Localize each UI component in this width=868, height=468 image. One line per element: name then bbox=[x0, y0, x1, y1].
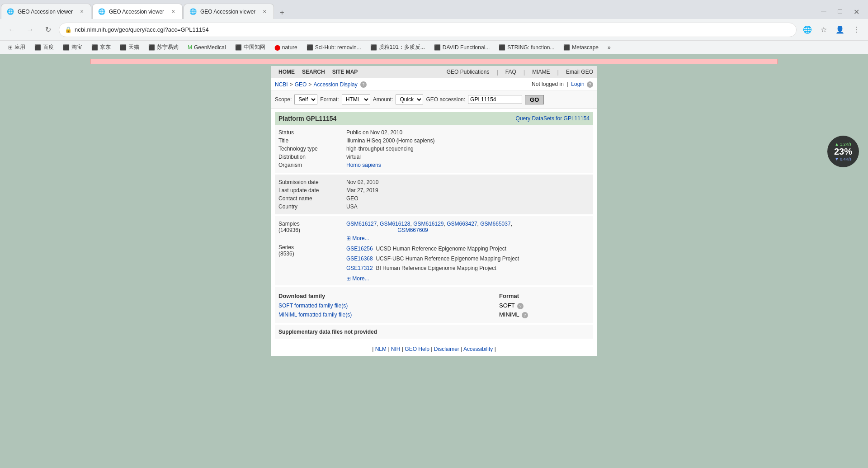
login-help-icon[interactable]: ? bbox=[587, 81, 593, 88]
footer-nih[interactable]: NIH bbox=[391, 346, 401, 352]
nav-faq[interactable]: FAQ bbox=[505, 69, 516, 76]
bookmark-jd[interactable]: ⬛ 京东 bbox=[88, 43, 114, 52]
breadcrumb-geo[interactable]: GEO bbox=[295, 81, 307, 88]
contact-name-label: Contact name bbox=[278, 195, 346, 202]
translate-icon[interactable]: 🌐 bbox=[800, 23, 815, 37]
bookmarks-bar: ⊞ 应用 ⬛ 百度 ⬛ 淘宝 ⬛ 京东 ⬛ 天猫 ⬛ 苏宁易购 M GeenMe… bbox=[0, 41, 868, 54]
query-datasets-link[interactable]: Query DataSets for GPL11154 bbox=[516, 115, 590, 122]
organism-link[interactable]: Homo sapiens bbox=[346, 162, 381, 168]
amount-select[interactable]: Quick bbox=[396, 95, 423, 104]
format-select[interactable]: HTML bbox=[342, 95, 370, 104]
series-gse16368[interactable]: GSE16368 bbox=[346, 255, 373, 262]
footer-accessibility[interactable]: Accessibility bbox=[463, 346, 493, 352]
nav-home[interactable]: HOME bbox=[275, 68, 298, 76]
breadcrumb-help-icon[interactable]: ? bbox=[360, 81, 367, 88]
suning-icon: ⬛ bbox=[148, 44, 155, 51]
series-gse17312[interactable]: GSE17312 bbox=[346, 265, 373, 271]
footer-geo-help[interactable]: GEO Help bbox=[405, 346, 429, 352]
format-title: Format bbox=[499, 291, 590, 301]
profile-icon[interactable]: 👤 bbox=[833, 23, 847, 37]
submission-date-row: Submission date Nov 02, 2010 bbox=[278, 178, 590, 186]
soft-format-text: SOFT bbox=[499, 302, 514, 309]
bookmark-nature[interactable]: ⬤ nature bbox=[271, 43, 301, 52]
bookmark-metascape[interactable]: ⬛ Metascape bbox=[560, 43, 602, 52]
sample-gsm663427[interactable]: GSM663427 bbox=[447, 221, 477, 227]
tab-1-close[interactable]: ✕ bbox=[78, 8, 85, 15]
samples-more-link[interactable]: ⊞ More... bbox=[346, 235, 369, 241]
nav-geo-publications[interactable]: GEO Publications bbox=[447, 69, 490, 76]
taobao-icon: ⬛ bbox=[63, 44, 70, 51]
forward-button[interactable]: → bbox=[23, 23, 37, 37]
series-gse16256-desc: UCSD Human Reference Epigenome Mapping P… bbox=[376, 246, 506, 252]
geo-nav-right: GEO Publications | FAQ | MIAME | Email G… bbox=[447, 69, 593, 76]
bookmark-baidu[interactable]: ⬛ 百度 bbox=[31, 43, 57, 52]
series-label: Series (8536) bbox=[278, 244, 346, 257]
bookmark-more[interactable]: » bbox=[604, 43, 614, 52]
submission-date-label: Submission date bbox=[278, 179, 346, 185]
address-bar[interactable]: 🔒 ncbi.nlm.nih.gov/geo/query/acc.cgi?acc… bbox=[59, 23, 797, 37]
format-label: Format: bbox=[320, 96, 339, 103]
bookmark-tmall[interactable]: ⬛ 天猫 bbox=[116, 43, 143, 52]
sample-gsm665037[interactable]: GSM665037 bbox=[480, 221, 510, 227]
nav-search[interactable]: SEARCH bbox=[298, 68, 329, 76]
close-window-button[interactable]: ✕ bbox=[849, 5, 863, 19]
bookmark-string[interactable]: ⬛ STRING: function... bbox=[495, 43, 558, 52]
bookmark-suning[interactable]: ⬛ 苏宁易购 bbox=[145, 43, 182, 52]
organism-row: Organism Homo sapiens bbox=[278, 161, 590, 169]
login-link[interactable]: Login bbox=[571, 81, 584, 87]
bookmark-zhizhi[interactable]: ⬛ 质粒101：多质反... bbox=[367, 43, 429, 52]
bookmark-taobao[interactable]: ⬛ 淘宝 bbox=[59, 43, 86, 52]
series-more-link[interactable]: ⊞ More... bbox=[346, 275, 369, 282]
technology-value: high-throughput sequencing bbox=[346, 146, 414, 152]
tab-3-close[interactable]: ✕ bbox=[261, 8, 268, 15]
nav-email-geo[interactable]: Email GEO bbox=[566, 69, 593, 76]
sample-gsm616129[interactable]: GSM616129 bbox=[413, 221, 443, 227]
maximize-button[interactable]: □ bbox=[833, 5, 847, 19]
minimize-button[interactable]: ─ bbox=[816, 5, 831, 19]
new-tab-button[interactable]: + bbox=[276, 6, 288, 19]
tab-bar: 🌐 GEO Accession viewer ✕ 🌐 GEO Accession… bbox=[0, 0, 868, 19]
miniml-format-col: MINiML ? bbox=[499, 311, 590, 318]
bookmark-geenmedical[interactable]: M GeenMedical bbox=[184, 43, 230, 52]
soft-link[interactable]: SOFT formatted family file(s) bbox=[278, 303, 348, 309]
soft-help-icon[interactable]: ? bbox=[517, 303, 524, 309]
baidu-icon: ⬛ bbox=[34, 44, 41, 51]
scope-label: Scope: bbox=[275, 96, 292, 103]
network-widget: ▲ 1.2K/s 23% ▼ 0.4K/s bbox=[827, 136, 859, 167]
tab-1[interactable]: 🌐 GEO Accession viewer ✕ bbox=[1, 4, 91, 19]
back-button[interactable]: ← bbox=[5, 23, 19, 37]
breadcrumb-ncbi[interactable]: NCBI bbox=[275, 81, 288, 88]
country-row: Country USA bbox=[278, 203, 590, 211]
contact-name-value: GEO bbox=[346, 195, 359, 202]
footer-nlm[interactable]: NLM bbox=[375, 346, 387, 352]
tab-3[interactable]: 🌐 GEO Accession viewer ✕ bbox=[184, 4, 274, 19]
miniml-help-icon[interactable]: ? bbox=[522, 312, 528, 318]
tab-2-close[interactable]: ✕ bbox=[170, 8, 177, 15]
tab-2[interactable]: 🌐 GEO Accession viewer ✕ bbox=[92, 4, 183, 19]
geenmedical-icon: M bbox=[188, 44, 192, 51]
scope-select[interactable]: Self bbox=[294, 95, 317, 104]
bookmark-scihub[interactable]: ⬛ Sci-Hub: removin... bbox=[303, 43, 365, 52]
url-text: ncbi.nlm.nih.gov/geo/query/acc.cgi?acc=G… bbox=[75, 26, 209, 33]
bookmark-david[interactable]: ⬛ DAVID Functional... bbox=[430, 43, 493, 52]
sample-gsm667609[interactable]: GSM667609 bbox=[397, 227, 428, 233]
sample-gsm616128[interactable]: GSM616128 bbox=[380, 221, 410, 227]
nav-miame[interactable]: MIAME bbox=[532, 69, 550, 76]
bookmark-apps[interactable]: ⊞ 应用 bbox=[5, 43, 29, 52]
country-value: USA bbox=[346, 203, 358, 210]
organism-label: Organism bbox=[278, 162, 346, 168]
bookmark-icon[interactable]: ☆ bbox=[816, 23, 831, 37]
miniml-link[interactable]: MINiML formatted family file(s) bbox=[278, 312, 352, 318]
series-gse16256[interactable]: GSE16256 bbox=[346, 246, 373, 252]
last-update-row: Last update date Mar 27, 2019 bbox=[278, 186, 590, 194]
refresh-button[interactable]: ↻ bbox=[41, 23, 55, 37]
bookmark-cnki[interactable]: ⬛ 中国知网 bbox=[231, 43, 269, 52]
search-form: Scope: Self Format: HTML Amount: Quick G… bbox=[271, 91, 597, 109]
go-button[interactable]: GO bbox=[525, 95, 544, 104]
nav-sitemap[interactable]: SITE MAP bbox=[329, 68, 362, 76]
sample-gsm616127[interactable]: GSM616127 bbox=[346, 221, 377, 227]
menu-icon[interactable]: ⋮ bbox=[849, 23, 863, 37]
footer-disclaimer[interactable]: Disclaimer bbox=[434, 346, 459, 352]
accession-input[interactable] bbox=[468, 95, 522, 104]
geo-footer: | NLM | NIH | GEO Help | Disclaimer | Ac… bbox=[271, 342, 597, 356]
